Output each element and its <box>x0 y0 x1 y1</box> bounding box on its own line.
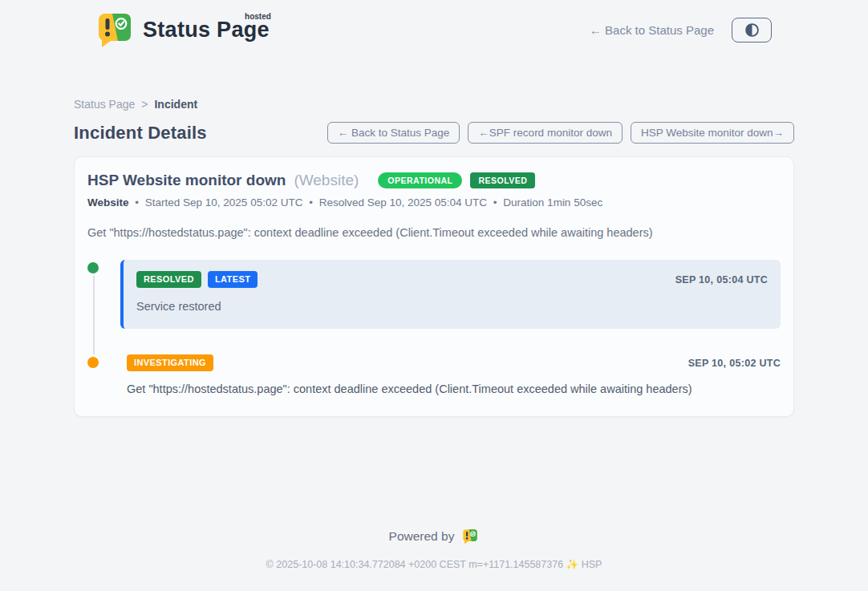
timeline-resolved-badge: RESOLVED <box>136 271 201 288</box>
incident-title: HSP Website monitor down <box>87 172 286 189</box>
next-incident-button[interactable]: HSP Website monitor down→ <box>631 122 794 144</box>
timeline-timestamp: SEP 10, 05:04 UTC <box>675 274 768 285</box>
timeline-message: Get "https://hostedstatus.page": context… <box>127 383 781 395</box>
copyright-text: © 2025-10-08 14:10:34.772084 +0200 CEST … <box>0 558 868 570</box>
timeline-dot-investigating <box>87 357 99 368</box>
incident-started-time: Started Sep 10, 2025 05:02 UTC <box>145 196 303 208</box>
timeline-timestamp: SEP 10, 05:02 UTC <box>688 358 781 369</box>
brand-hosted-superscript: hosted <box>245 12 271 21</box>
incident-group-label: (Website) <box>294 172 359 189</box>
breadcrumb-status-page-link[interactable]: Status Page <box>74 98 135 111</box>
powered-by-label: Powered by <box>389 529 455 544</box>
timeline-message: Service restored <box>136 300 768 313</box>
incident-service-name: Website <box>87 196 129 208</box>
incident-duration: Duration 1min 50sec <box>503 196 602 208</box>
incident-resolved-time: Resolved Sep 10, 2025 05:04 UTC <box>319 196 487 208</box>
timeline-latest-badge: LATEST <box>208 271 258 288</box>
brand-logo[interactable]: Status Page hosted <box>95 11 270 48</box>
incident-description: Get "https://hostedstatus.page": context… <box>87 226 781 239</box>
incident-nav-buttons: ← Back to Status Page ←SPF record monito… <box>327 122 794 144</box>
incident-meta: Website • Started Sep 10, 2025 05:02 UTC… <box>87 196 781 208</box>
main-content: Status Page > Incident Incident Details … <box>74 48 794 417</box>
page-title: Incident Details <box>74 123 207 144</box>
timeline-entry-resolved: RESOLVED LATEST SEP 10, 05:04 UTC Servic… <box>120 260 781 329</box>
incident-timeline: RESOLVED LATEST SEP 10, 05:04 UTC Servic… <box>87 260 781 395</box>
breadcrumb-separator: > <box>141 98 148 111</box>
breadcrumb: Status Page > Incident <box>74 98 794 111</box>
footer: Powered by © 2025-10-08 14:10:34.772084 … <box>0 528 868 591</box>
powered-by-link[interactable]: Powered by <box>0 528 868 544</box>
incident-card: HSP Website monitor down (Website) OPERA… <box>74 156 794 417</box>
timeline-entry-investigating: INVESTIGATING SEP 10, 05:02 UTC Get "htt… <box>120 354 781 395</box>
hsp-logo-icon <box>461 528 479 544</box>
breadcrumb-current-incident: Incident <box>154 98 197 111</box>
status-page-logo-icon <box>95 11 135 48</box>
header: Status Page hosted ← Back to Status Page <box>0 0 868 48</box>
timeline-connector <box>93 271 95 358</box>
contrast-icon <box>744 22 760 38</box>
back-to-status-page-button[interactable]: ← Back to Status Page <box>327 122 460 144</box>
resolved-status-badge: RESOLVED <box>470 172 535 189</box>
timeline-investigating-badge: INVESTIGATING <box>127 354 213 371</box>
header-back-to-status-page-link[interactable]: ← Back to Status Page <box>590 23 714 37</box>
theme-toggle-button[interactable] <box>732 18 772 43</box>
brand-name: Status Page <box>143 18 270 42</box>
operational-status-badge: OPERATIONAL <box>378 172 462 189</box>
timeline-dot-resolved <box>87 262 99 273</box>
prev-incident-button[interactable]: ←SPF record monitor down <box>468 122 623 144</box>
